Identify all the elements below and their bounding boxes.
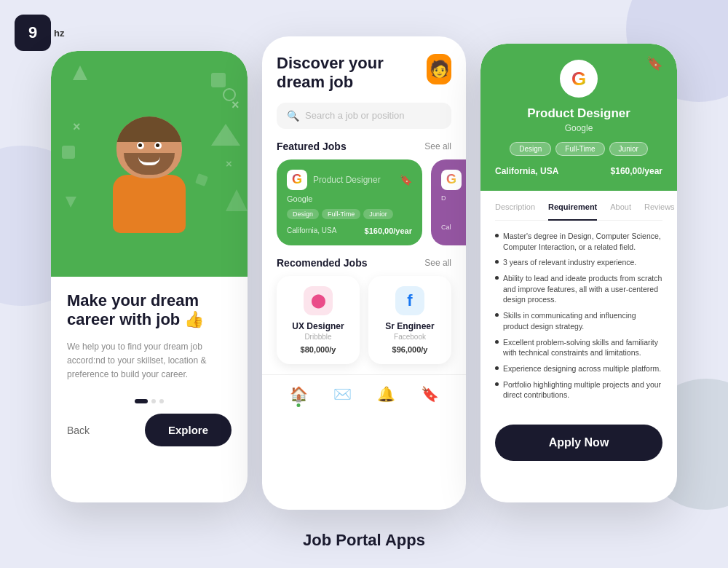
featured-section-header: Featured Jobs See all	[262, 141, 466, 159]
bullet-3	[495, 276, 499, 280]
explore-button[interactable]: Explore	[145, 414, 232, 446]
google-logo-1: G	[287, 170, 307, 190]
detail-location: California, USA	[495, 166, 558, 176]
nav-home[interactable]: 🏠	[290, 385, 308, 403]
svg-marker-6	[66, 197, 76, 208]
req-item-3: Ability to lead and ideate products from…	[495, 273, 662, 305]
featured-job-card-2[interactable]: G D Cal	[431, 159, 466, 245]
back-button[interactable]: Back	[67, 425, 90, 436]
phone2-listings: Discover your dream job 🧑 🔍 Search a job…	[262, 36, 466, 510]
job-search-bar[interactable]: 🔍 Search a job or position	[277, 103, 451, 129]
phone2-header: Discover your dream job 🧑	[262, 36, 466, 103]
character-eyes	[137, 142, 162, 149]
rec-salary-1: $80,000/y	[301, 345, 336, 354]
featured-job-card-1[interactable]: G Product Designer 🔖 Google Design Full-…	[277, 159, 422, 245]
phone3-job-detail: 🔖 G Product Designer Google Design Full-…	[480, 44, 677, 502]
user-avatar-icon[interactable]: 🧑	[427, 54, 451, 84]
svg-rect-4	[62, 146, 75, 159]
svg-marker-0	[73, 66, 87, 80]
facebook-logo: f	[395, 286, 424, 315]
phone2-title: Discover your dream job	[277, 54, 427, 92]
svg-rect-1	[211, 73, 226, 87]
detail-tabs: Description Requirement About Reviews	[495, 202, 662, 221]
rec-company-2: Facebook	[394, 333, 426, 341]
phone1-action-buttons: Back Explore	[67, 414, 232, 446]
req-item-5: Excellent problem-solving skills and fam…	[495, 337, 662, 358]
detail-tag-design: Design	[510, 142, 551, 156]
rec-job-card-2[interactable]: f Sr Engineer Facebook $96,000/y	[368, 276, 451, 364]
avatar-emoji: 🧑	[430, 60, 449, 79]
featured-see-all[interactable]: See all	[424, 141, 451, 151]
google-logo-2: G	[441, 170, 462, 190]
dot-2	[151, 399, 156, 403]
character-torso	[113, 175, 186, 233]
google-logo-detail: G	[560, 60, 598, 98]
rec-title-1: UX Designer	[292, 321, 344, 331]
search-placeholder-text: Search a job or position	[305, 110, 405, 121]
job-location-1: California, USA	[287, 226, 336, 234]
tag-junior: Junior	[363, 209, 393, 219]
tab-description[interactable]: Description	[495, 202, 535, 214]
character-head	[116, 117, 182, 178]
nav-notifications[interactable]: 🔔	[377, 385, 395, 403]
bottom-navigation: 🏠 ✉️ 🔔 🔖	[262, 374, 466, 413]
bullet-1	[495, 234, 499, 237]
phone1-tagline: Make your dream career with job 👍	[67, 291, 232, 330]
detail-meta: California, USA $160,00/year	[495, 166, 662, 176]
apply-now-button[interactable]: Apply Now	[495, 425, 662, 461]
nav-saved[interactable]: 🔖	[421, 385, 439, 403]
req-item-1: Master's degree in Design, Computer Scie…	[495, 231, 662, 252]
tab-about[interactable]: About	[610, 202, 631, 214]
req-item-6: Experience designing across multiple pla…	[495, 363, 662, 374]
bullet-6	[495, 366, 499, 370]
active-nav-dot	[297, 403, 301, 407]
bullet-7	[495, 382, 499, 386]
phone1-hero-area: × × ×	[51, 51, 248, 277]
job-salary-1: $160,00/year	[365, 226, 412, 235]
req-item-4: Skills in communicating and influencing …	[495, 310, 662, 331]
dot-3	[159, 399, 164, 403]
detail-job-title: Product Designer	[495, 106, 662, 121]
featured-label: Featured Jobs	[277, 141, 347, 152]
phone3-body: Description Requirement About Reviews Ma…	[480, 191, 677, 417]
character-illustration	[91, 117, 207, 277]
tab-requirement[interactable]: Requirement	[548, 202, 597, 221]
rec-job-card-1[interactable]: ⬤ UX Designer Dribbble $80,000/y	[277, 276, 360, 364]
phone1-bottom-content: Make your dream career with job 👍 We hel…	[51, 277, 248, 461]
tab-reviews[interactable]: Reviews	[644, 202, 675, 214]
svg-point-3	[223, 89, 235, 100]
rec-company-1: Dribbble	[304, 333, 331, 341]
detail-bookmark-icon[interactable]: 🔖	[646, 55, 662, 71]
job-footer-1: California, USA $160,00/year	[287, 226, 412, 235]
bullet-4	[495, 313, 499, 317]
job-company-2: D	[441, 194, 466, 202]
rec-salary-2: $96,000/y	[392, 345, 428, 354]
svg-text:×: ×	[232, 98, 240, 112]
dribbble-logo: ⬤	[304, 286, 333, 315]
req-item-7: Portfolio highlighting multiple projects…	[495, 379, 662, 401]
char-eye-right	[154, 142, 162, 149]
recommended-see-all[interactable]: See all	[424, 258, 451, 268]
job-tags-1: Design Full-Time Junior	[287, 209, 412, 219]
phone1-onboarding: × × ×	[51, 51, 248, 502]
detail-salary: $160,00/year	[611, 166, 662, 176]
job-location-2: Cal	[441, 224, 466, 231]
recommended-jobs-list: ⬤ UX Designer Dribbble $80,000/y f Sr En…	[262, 276, 466, 364]
detail-tag-junior: Junior	[609, 142, 648, 156]
dot-1	[135, 399, 148, 403]
job-card-header-2: G	[441, 170, 466, 190]
tag-design: Design	[287, 209, 319, 219]
tag-fulltime: Full-Time	[322, 209, 360, 219]
bullet-2	[495, 260, 499, 264]
detail-tags: Design Full-Time Junior	[495, 142, 662, 156]
phone3-hero: 🔖 G Product Designer Google Design Full-…	[480, 44, 677, 191]
job-title-text-1: Product Designer	[313, 175, 381, 185]
req-item-2: 3 years of relevant industry experience.	[495, 257, 662, 268]
detail-tag-fulltime: Full-Time	[555, 142, 604, 156]
bookmark-icon-1[interactable]: 🔖	[400, 174, 412, 186]
recommended-section-header: Recomended Jobs See all	[262, 257, 466, 276]
nav-messages[interactable]: ✉️	[333, 385, 352, 403]
hero-character	[76, 109, 222, 277]
recommended-label: Recomended Jobs	[277, 257, 367, 269]
svg-text:×: ×	[226, 157, 232, 170]
